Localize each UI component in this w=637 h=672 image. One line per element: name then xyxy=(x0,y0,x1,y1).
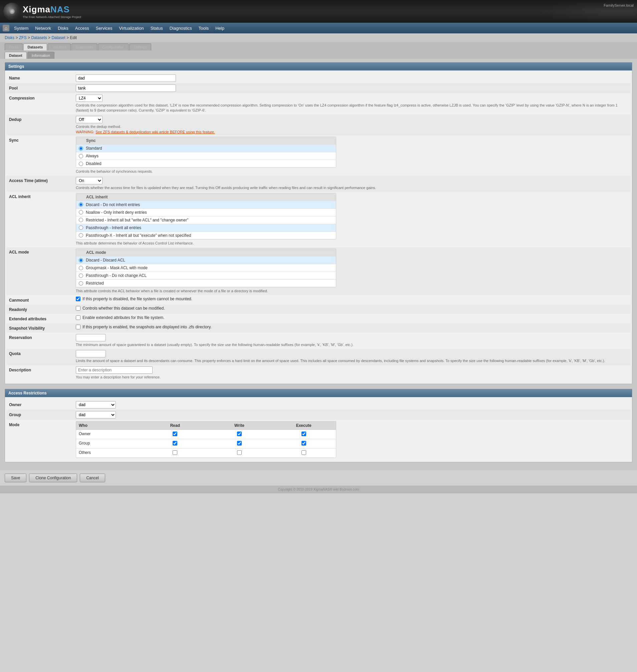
cancel-button[interactable]: Cancel xyxy=(80,474,105,482)
tab-volumes[interactable]: Volumes xyxy=(48,43,70,50)
description-control: You may enter a description here for you… xyxy=(76,366,628,380)
description-input[interactable] xyxy=(76,366,152,374)
acl-mode-radio-restricted[interactable] xyxy=(79,281,83,286)
perm-group-who: Group xyxy=(76,439,143,448)
breadcrumb-dataset[interactable]: Dataset xyxy=(51,35,65,40)
perm-owner-read xyxy=(143,430,207,439)
permissions-table: Who Read Write Execute Owner Grou xyxy=(76,421,336,458)
acl-inherit-label: ACL inherit xyxy=(9,193,76,199)
perm-others-read-checkbox[interactable] xyxy=(172,450,177,455)
perm-group-write-checkbox[interactable] xyxy=(237,441,242,445)
perm-owner-read-checkbox[interactable] xyxy=(172,431,177,436)
reservation-input[interactable] xyxy=(76,334,106,341)
nav-status[interactable]: Status xyxy=(147,24,166,33)
acl-inherit-passthrough: Passthrough - Inherit all entries xyxy=(76,224,336,232)
acl-mode-radio-passthrough[interactable] xyxy=(79,273,83,278)
canmount-checkbox[interactable] xyxy=(76,297,80,301)
extended-attrs-label: Extended attributes xyxy=(9,315,76,321)
sync-row: Sync Sync Standard Always xyxy=(6,135,631,175)
breadcrumb-edit: Edit xyxy=(70,35,77,40)
breadcrumb-zfs[interactable]: ZFS xyxy=(19,35,27,40)
nav-help[interactable]: Help xyxy=(212,24,228,33)
logo-text-block: XigmaNAS The Free Network-Attached Stora… xyxy=(23,4,81,19)
acl-inherit-radio-passthroughx[interactable] xyxy=(79,233,83,237)
tab-snapshots[interactable]: Snapshots xyxy=(71,43,97,50)
reservation-row: Reservation The minimum amount of space … xyxy=(6,333,631,349)
nav-disks[interactable]: Disks xyxy=(54,24,72,33)
perm-read-header: Read xyxy=(143,422,207,429)
perm-owner-execute-checkbox[interactable] xyxy=(302,431,306,436)
name-input[interactable] xyxy=(76,74,176,82)
main-content: Settings Name Pool Compression xyxy=(0,59,637,470)
acl-inherit-header: ACL inherit xyxy=(76,193,336,201)
home-icon[interactable]: ⌂ xyxy=(3,25,10,31)
sync-radio-standard[interactable] xyxy=(79,146,83,151)
tab-settings[interactable]: Settings xyxy=(129,43,151,50)
logo-xigma: Xigma xyxy=(23,4,50,14)
perm-others-write-checkbox[interactable] xyxy=(237,450,242,455)
perm-owner-row: Owner xyxy=(76,430,336,439)
perm-group-execute-checkbox[interactable] xyxy=(302,441,306,445)
nav-services[interactable]: Services xyxy=(92,24,116,33)
save-button[interactable]: Save xyxy=(5,474,26,482)
acl-inherit-radio-discard[interactable] xyxy=(79,202,83,207)
nav-system[interactable]: System xyxy=(11,24,32,33)
perm-others-row: Others xyxy=(76,448,336,458)
acl-inherit-noallow: Noallow - Only inherit deny entries xyxy=(76,209,336,216)
atime-row: Access Time (atime) On Off Controls whet… xyxy=(6,176,631,192)
sync-radio-disabled[interactable] xyxy=(79,162,83,166)
breadcrumb-disks[interactable]: Disks xyxy=(5,35,14,40)
perm-header-row: Who Read Write Execute xyxy=(76,422,336,430)
perm-execute-header: Execute xyxy=(271,422,336,429)
acl-mode-discard: Discard - Discard ACL xyxy=(76,257,336,264)
breadcrumb-datasets[interactable]: Datasets xyxy=(31,35,47,40)
acl-inherit-restricted: Restricted - Inherit all but "write ACL"… xyxy=(76,216,336,224)
acl-mode-radio-groupmask[interactable] xyxy=(79,266,83,270)
tab-information[interactable]: Information xyxy=(28,52,54,59)
acl-inherit-row: ACL inherit ACL inherit Discard - Do not… xyxy=(6,192,631,247)
perm-owner-write-checkbox[interactable] xyxy=(237,431,242,436)
logo-nas: NAS xyxy=(50,4,70,14)
group-select[interactable]: dad root nobody wheel xyxy=(76,411,116,419)
atime-select[interactable]: On Off xyxy=(76,177,103,184)
extended-attrs-help: Enable extended attributes for this file… xyxy=(83,315,164,320)
tab-pools[interactable]: Pools xyxy=(5,43,23,50)
acl-inherit-radio-restricted[interactable] xyxy=(79,218,83,222)
tab-dataset[interactable]: Dataset xyxy=(5,52,27,59)
dedup-warning-link[interactable]: See ZFS datasets & deduplication wiki ar… xyxy=(95,130,215,134)
acl-mode-radio-discard[interactable] xyxy=(79,258,83,263)
acl-inherit-table: ACL inherit Discard - Do not inherit ent… xyxy=(76,193,336,240)
owner-row: Owner dad root nobody xyxy=(6,400,631,410)
quota-input[interactable] xyxy=(76,350,106,357)
tab-configuration[interactable]: Configuration xyxy=(98,43,129,50)
perm-others-write xyxy=(207,448,272,458)
snapshot-vis-checkbox[interactable] xyxy=(76,325,80,329)
nav-tools[interactable]: Tools xyxy=(195,24,212,33)
description-help: You may enter a description here for you… xyxy=(76,375,628,380)
dedup-select[interactable]: Off On Verify SHA256 xyxy=(76,116,103,123)
tab-bar-2: Dataset Information xyxy=(0,50,637,59)
acl-inherit-radio-noallow[interactable] xyxy=(79,210,83,214)
canmount-help: If this property is disabled, the file s… xyxy=(83,297,192,301)
mode-label: Mode xyxy=(9,421,76,427)
owner-select[interactable]: dad root nobody xyxy=(76,401,116,408)
nav-diagnostics[interactable]: Diagnostics xyxy=(166,24,195,33)
pool-input[interactable] xyxy=(76,85,176,92)
nav-virtualization[interactable]: Virtualization xyxy=(116,24,147,33)
acl-mode-header: ACL mode xyxy=(76,249,336,257)
perm-others-execute-checkbox[interactable] xyxy=(302,450,306,455)
tab-datasets[interactable]: Datasets xyxy=(23,43,48,50)
nav-access[interactable]: Access xyxy=(72,24,92,33)
readonly-checkbox[interactable] xyxy=(76,306,80,311)
sync-radio-always[interactable] xyxy=(79,154,83,158)
perm-write-header: Write xyxy=(207,422,272,429)
clone-button[interactable]: Clone Configuration xyxy=(29,474,77,482)
acl-inherit-radio-passthrough[interactable] xyxy=(79,226,83,230)
extended-attrs-row: Extended attributes Enable extended attr… xyxy=(6,314,631,323)
nav-network[interactable]: Network xyxy=(32,24,54,33)
dedup-row: Dedup Off On Verify SHA256 Controls the … xyxy=(6,114,631,135)
sync-label: Sync xyxy=(9,137,76,143)
compression-select[interactable]: LZ4 Off On GZIP GZIP-1 GZIP-9 LZJB ZLE xyxy=(76,94,103,102)
extended-attrs-checkbox[interactable] xyxy=(76,315,80,320)
perm-group-read-checkbox[interactable] xyxy=(172,441,177,445)
